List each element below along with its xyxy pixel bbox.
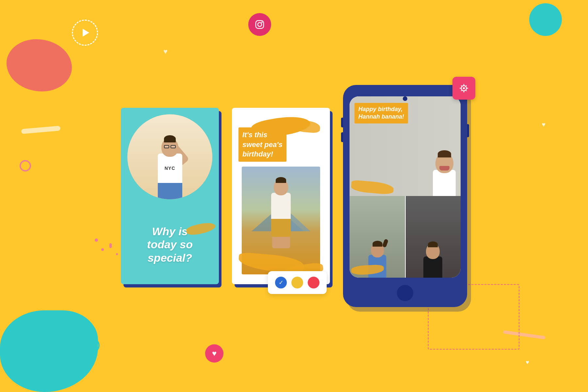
card-1[interactable]: NYC Why istoday sospecial? (121, 108, 219, 284)
phone-person-mouth (439, 166, 449, 171)
teal-blob-decoration (0, 310, 98, 392)
phone-person-br (423, 243, 442, 278)
person-head (161, 138, 178, 157)
phone-bl-hair (372, 241, 382, 247)
phone-vol-down (341, 132, 343, 142)
phone-vol-up (341, 118, 343, 127)
phone-power-button (467, 124, 469, 137)
heart-decoration-top: ♥ (163, 47, 168, 56)
card2-person-top (271, 193, 291, 219)
card2-person-legs (272, 237, 290, 248)
phone-home-button (397, 285, 413, 301)
svg-line-11 (466, 86, 466, 87)
card-1-person: NYC (158, 138, 182, 199)
play-circle-decoration (72, 20, 98, 46)
settings-icon (458, 82, 470, 94)
notification-icon[interactable] (452, 77, 475, 100)
phone-person-shirt (433, 170, 456, 196)
svg-line-9 (461, 86, 462, 87)
small-heart-2: ♥ (526, 359, 529, 366)
svg-point-1 (258, 23, 262, 26)
svg-rect-0 (256, 21, 264, 28)
teal-ring-decoration (85, 338, 100, 353)
card-2-text-line2: sweet pea's (242, 140, 283, 150)
confetti-1 (95, 238, 98, 242)
main-container: ♥ ♥ ♥ ♥ (0, 0, 588, 392)
card-1-person-container: NYC (127, 114, 212, 199)
pink-wave-decoration (503, 330, 546, 339)
card2-person-head (274, 179, 288, 195)
phone-content: Happy birthday, Hannah banana! (350, 96, 461, 278)
heart-badge: ♥ (205, 344, 223, 363)
color-picker[interactable]: ✓ (268, 271, 327, 294)
phone-bl-head (371, 242, 384, 257)
phone-br-head (426, 243, 440, 259)
card-2-text-line1: It's this (242, 130, 283, 140)
phone-screen: Happy birthday, Hannah banana! (350, 96, 461, 278)
color-dot-yellow[interactable] (291, 277, 303, 288)
color-dot-red[interactable] (308, 277, 319, 288)
phone-person-hair (438, 150, 451, 157)
heart-badge-icon: ♥ (212, 349, 217, 358)
svg-point-2 (261, 22, 263, 23)
pink-ring-decoration (20, 160, 31, 172)
coral-blob-decoration (7, 39, 72, 91)
phone-person-head (435, 153, 453, 173)
person-glasses (164, 145, 176, 148)
confetti-4 (116, 253, 118, 255)
phone-br-body (423, 256, 442, 278)
teal-circle-decoration (529, 3, 562, 36)
card2-person-skirt (271, 219, 291, 237)
phone-photo-bottom-right (405, 196, 461, 278)
instagram-icon (248, 13, 271, 36)
small-heart-1: ♥ (542, 121, 546, 128)
card2-hair (276, 177, 286, 183)
phone-frame[interactable]: Happy birthday, Hannah banana! (343, 85, 467, 307)
svg-line-12 (461, 90, 462, 91)
person-shirt: NYC (158, 154, 182, 183)
svg-line-10 (466, 90, 466, 91)
confetti-2 (101, 248, 104, 251)
heart-icon-small: ♥ (163, 47, 168, 56)
card-1-text-content: Why istoday sospecial? (147, 225, 193, 264)
color-check-button[interactable]: ✓ (275, 277, 287, 288)
check-icon: ✓ (279, 279, 284, 286)
card-2[interactable]: It's this sweet pea's birthday! (232, 108, 330, 284)
phone-person-top (433, 153, 456, 196)
phone-birthday-line1: Happy birthday, (358, 106, 404, 113)
card-2-text-line3: birthday! (242, 149, 283, 159)
phone-camera (403, 96, 407, 101)
photo-divider (405, 196, 406, 278)
card-1-circle-photo: NYC (127, 114, 212, 199)
person-hair (164, 135, 176, 142)
phone-br-hair (428, 241, 438, 247)
white-scribble-1 (21, 126, 61, 134)
person-jeans (158, 183, 182, 199)
confetti-3 (109, 243, 112, 248)
phone-birthday-text-box: Happy birthday, Hannah banana! (354, 103, 408, 123)
card-2-text-box: It's this sweet pea's birthday! (238, 127, 286, 162)
nyc-text: NYC (165, 166, 175, 171)
card-2-person (271, 179, 291, 248)
phone-birthday-line2: Hannah banana! (358, 113, 404, 121)
